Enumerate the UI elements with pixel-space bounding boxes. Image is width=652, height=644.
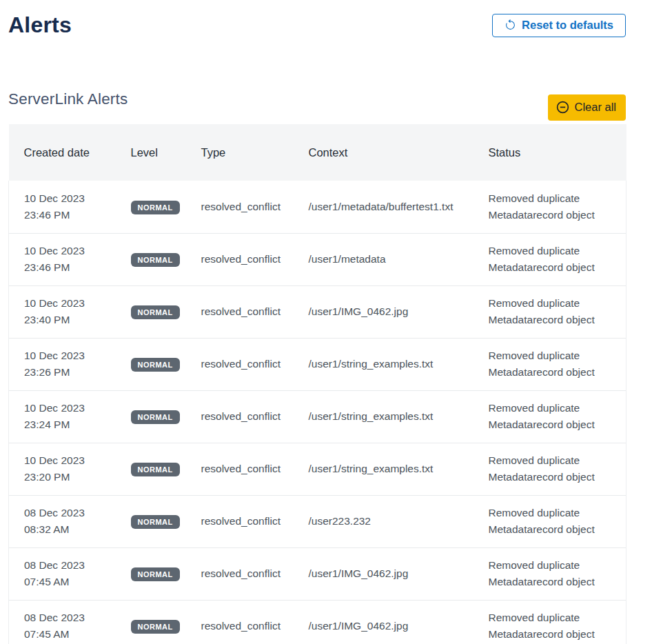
table-row: 10 Dec 2023 23:46 PMNORMALresolved_confl… bbox=[9, 233, 626, 285]
type-cell: resolved_conflict bbox=[186, 600, 294, 644]
table-header: Created date Level Type Context Status bbox=[9, 124, 626, 181]
status-cell: Removed duplicate Metadatarecord object bbox=[473, 547, 626, 600]
column-header-status: Status bbox=[473, 124, 626, 181]
clear-button-label: Clear all bbox=[574, 101, 616, 114]
created-date-cell: 10 Dec 2023 23:46 PM bbox=[9, 181, 116, 233]
table-row: 08 Dec 2023 07:45 AMNORMALresolved_confl… bbox=[9, 547, 626, 600]
context-cell: /user1/string_examples.txt bbox=[294, 390, 473, 443]
status-cell: Removed duplicate Metadatarecord object bbox=[473, 233, 626, 285]
column-header-level: Level bbox=[116, 124, 186, 181]
status-cell: Removed duplicate Metadatarecord object bbox=[473, 390, 626, 443]
status-cell: Removed duplicate Metadatarecord object bbox=[473, 495, 626, 547]
context-cell: /user1/string_examples.txt bbox=[294, 443, 473, 495]
context-cell: /user1/IMG_0462.jpg bbox=[294, 285, 473, 338]
table-row: 08 Dec 2023 08:32 AMNORMALresolved_confl… bbox=[9, 495, 626, 547]
created-date-cell: 08 Dec 2023 07:45 AM bbox=[9, 547, 116, 600]
section-bar: ServerLink Alerts Clear all bbox=[8, 90, 626, 121]
level-badge: NORMAL bbox=[131, 620, 180, 634]
minus-circle-icon bbox=[556, 101, 569, 114]
level-cell: NORMAL bbox=[116, 285, 186, 338]
level-cell: NORMAL bbox=[116, 181, 186, 233]
status-cell: Removed duplicate Metadatarecord object bbox=[473, 338, 626, 390]
context-cell: /user1/metadata/buffertest1.txt bbox=[294, 181, 473, 233]
type-cell: resolved_conflict bbox=[186, 285, 294, 338]
column-header-type: Type bbox=[186, 124, 294, 181]
table-row: 10 Dec 2023 23:46 PMNORMALresolved_confl… bbox=[9, 181, 626, 233]
top-bar: Alerts Reset to defaults bbox=[8, 12, 626, 38]
column-header-created-date: Created date bbox=[9, 124, 116, 181]
status-cell: Removed duplicate Metadatarecord object bbox=[473, 600, 626, 644]
type-cell: resolved_conflict bbox=[186, 181, 294, 233]
column-header-context: Context bbox=[294, 124, 473, 181]
level-badge: NORMAL bbox=[131, 305, 180, 319]
created-date-cell: 10 Dec 2023 23:40 PM bbox=[9, 285, 116, 338]
created-date-cell: 10 Dec 2023 23:26 PM bbox=[9, 338, 116, 390]
undo-arrow-icon bbox=[505, 19, 516, 31]
alerts-table: Created date Level Type Context Status 1… bbox=[8, 124, 626, 644]
context-cell: /user223.232 bbox=[294, 495, 473, 547]
table-row: 10 Dec 2023 23:20 PMNORMALresolved_confl… bbox=[9, 443, 626, 495]
level-badge: NORMAL bbox=[131, 410, 180, 424]
table-row: 10 Dec 2023 23:24 PMNORMALresolved_confl… bbox=[9, 390, 626, 443]
section-title: ServerLink Alerts bbox=[8, 90, 128, 108]
context-cell: /user1/IMG_0462.jpg bbox=[294, 600, 473, 644]
status-cell: Removed duplicate Metadatarecord object bbox=[473, 181, 626, 233]
level-cell: NORMAL bbox=[116, 338, 186, 390]
created-date-cell: 10 Dec 2023 23:20 PM bbox=[9, 443, 116, 495]
level-badge: NORMAL bbox=[131, 567, 180, 581]
level-cell: NORMAL bbox=[116, 547, 186, 600]
level-cell: NORMAL bbox=[116, 390, 186, 443]
level-cell: NORMAL bbox=[116, 600, 186, 644]
table-row: 08 Dec 2023 07:45 AMNORMALresolved_confl… bbox=[9, 600, 626, 644]
context-cell: /user1/string_examples.txt bbox=[294, 338, 473, 390]
type-cell: resolved_conflict bbox=[186, 390, 294, 443]
type-cell: resolved_conflict bbox=[186, 547, 294, 600]
level-badge: NORMAL bbox=[131, 201, 180, 214]
created-date-cell: 08 Dec 2023 08:32 AM bbox=[9, 495, 116, 547]
level-cell: NORMAL bbox=[116, 233, 186, 285]
type-cell: resolved_conflict bbox=[186, 338, 294, 390]
table-body: 10 Dec 2023 23:46 PMNORMALresolved_confl… bbox=[9, 181, 626, 644]
level-badge: NORMAL bbox=[131, 463, 180, 476]
created-date-cell: 10 Dec 2023 23:46 PM bbox=[9, 233, 116, 285]
table-row: 10 Dec 2023 23:40 PMNORMALresolved_confl… bbox=[9, 285, 626, 338]
level-badge: NORMAL bbox=[131, 358, 180, 372]
level-cell: NORMAL bbox=[116, 495, 186, 547]
reset-to-defaults-button[interactable]: Reset to defaults bbox=[492, 14, 626, 37]
page-title: Alerts bbox=[8, 12, 72, 38]
created-date-cell: 10 Dec 2023 23:24 PM bbox=[9, 390, 116, 443]
table-row: 10 Dec 2023 23:26 PMNORMALresolved_confl… bbox=[9, 338, 626, 390]
type-cell: resolved_conflict bbox=[186, 495, 294, 547]
status-cell: Removed duplicate Metadatarecord object bbox=[473, 443, 626, 495]
clear-all-button[interactable]: Clear all bbox=[548, 94, 626, 121]
level-badge: NORMAL bbox=[131, 253, 180, 267]
reset-button-label: Reset to defaults bbox=[522, 19, 613, 32]
table-header-row: Created date Level Type Context Status bbox=[9, 124, 626, 181]
level-cell: NORMAL bbox=[116, 443, 186, 495]
created-date-cell: 08 Dec 2023 07:45 AM bbox=[9, 600, 116, 644]
context-cell: /user1/IMG_0462.jpg bbox=[294, 547, 473, 600]
type-cell: resolved_conflict bbox=[186, 443, 294, 495]
alerts-page: Alerts Reset to defaults ServerLink Aler… bbox=[0, 0, 652, 644]
context-cell: /user1/metadata bbox=[294, 233, 473, 285]
status-cell: Removed duplicate Metadatarecord object bbox=[473, 285, 626, 338]
level-badge: NORMAL bbox=[131, 515, 180, 529]
type-cell: resolved_conflict bbox=[186, 233, 294, 285]
